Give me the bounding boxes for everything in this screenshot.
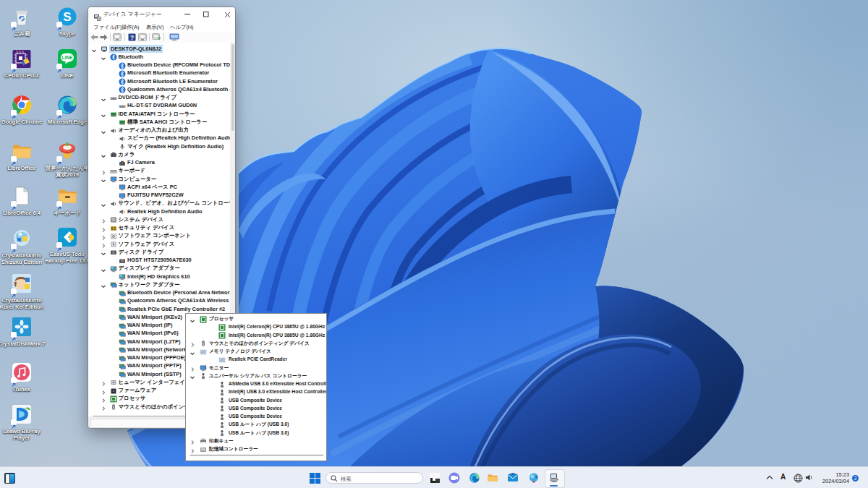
svg-text:LINE: LINE xyxy=(62,55,73,60)
svg-text:?: ? xyxy=(130,34,134,41)
svg-text:S: S xyxy=(63,10,71,24)
